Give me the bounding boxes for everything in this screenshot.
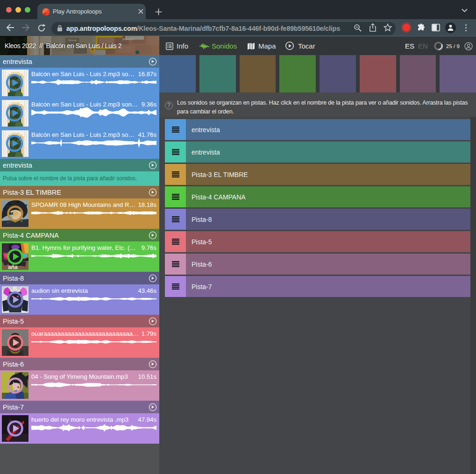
svg-text:aña: aña (8, 264, 18, 270)
